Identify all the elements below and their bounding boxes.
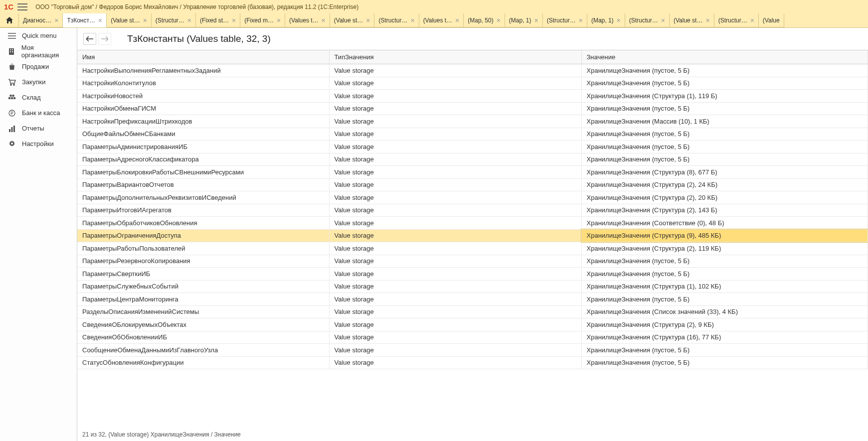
sidebar-item-gear[interactable]: Настройки	[0, 136, 77, 151]
sidebar-item-building[interactable]: Моя организация	[0, 43, 77, 59]
cell-name: ПараметрыАдресногоКлассификатора	[77, 153, 329, 166]
table-row[interactable]: ПараметрыАдминистрированияИБValue storag…	[77, 141, 868, 153]
tab-label: (Structur…	[156, 17, 184, 24]
cell-name: СведенияОБлокируемыхОбъектах	[77, 318, 329, 331]
svg-rect-3	[10, 51, 11, 52]
close-icon[interactable]: ×	[98, 17, 102, 24]
table-row[interactable]: ПараметрыБлокировкиРаботыСВнешнимиРесурс…	[77, 166, 868, 179]
tab-14[interactable]: (Structur…×	[625, 13, 670, 27]
tab-6[interactable]: (Values t…×	[285, 13, 330, 27]
cell-value: ХранилищеЗначения (пустое, 5 Б)	[581, 268, 868, 281]
table-row[interactable]: НастройкиВыполненияРегламентныхЗаданийVa…	[77, 64, 868, 77]
table-row[interactable]: СведенияОБлокируемыхОбъектахValue storag…	[77, 318, 868, 331]
tab-11[interactable]: (Map, 1)×	[505, 13, 543, 27]
table-row[interactable]: ПараметрыЦентраМониторингаValue storageХ…	[77, 293, 868, 306]
col-header-name[interactable]: Имя	[77, 50, 329, 64]
tab-9[interactable]: (Values t…×	[419, 13, 464, 27]
tab-8[interactable]: (Structur…×	[374, 13, 419, 27]
close-icon[interactable]: ×	[661, 17, 665, 24]
table-row[interactable]: НастройкиПрефиксацииШтрихкодовValue stor…	[77, 115, 868, 128]
close-icon[interactable]: ×	[750, 17, 754, 24]
table-row[interactable]: ПараметрыСверткиИБValue storageХранилище…	[77, 268, 868, 281]
cell-name: ПараметрыОбработчиковОбновления	[77, 217, 329, 230]
sidebar-item-menu[interactable]: Quick menu	[0, 28, 77, 43]
svg-rect-4	[12, 51, 13, 52]
table-row[interactable]: ПараметрыАдресногоКлассификатораValue st…	[77, 153, 868, 166]
table-row[interactable]: ПараметрыОбработчиковОбновленияValue sto…	[77, 217, 868, 230]
close-icon[interactable]: ×	[143, 17, 147, 24]
table-row[interactable]: НастройкиНовостейValue storageХранилищеЗ…	[77, 90, 868, 103]
table-row[interactable]: ПараметрыОграниченияДоступаValue storage…	[77, 229, 868, 242]
table-row[interactable]: ОбщиеФайлыОбменСБанкамиValue storageХран…	[77, 128, 868, 141]
cell-name: СообщениеОбменаДаннымиИзГлавногоУзла	[77, 344, 329, 357]
table-row[interactable]: ПараметрыВариантовОтчетовValue storageХр…	[77, 178, 868, 191]
table-row[interactable]: РазделыОписанияИзмененийСистемыValue sto…	[77, 305, 868, 318]
tab-17[interactable]: (Value	[759, 13, 784, 27]
cell-value: ХранилищеЗначения (пустое, 5 Б)	[581, 255, 868, 268]
tab-4[interactable]: (Fixed st…×	[196, 13, 240, 27]
tab-10[interactable]: (Map, 50)×	[464, 13, 505, 27]
cell-name: ПараметрыСлужебныхСобытий	[77, 280, 329, 293]
tab-12[interactable]: (Structur…×	[543, 13, 587, 27]
close-icon[interactable]: ×	[322, 17, 326, 24]
table-row[interactable]: ПараметрыРаботыПользователейValue storag…	[77, 242, 868, 255]
tab-0[interactable]: Диагнос…×	[19, 13, 63, 27]
tab-3[interactable]: (Structur…×	[152, 13, 196, 27]
cell-name: ПараметрыРезервногоКопирования	[77, 255, 329, 268]
sidebar-item-ruble[interactable]: ₽Банк и касса	[0, 105, 77, 121]
col-header-value[interactable]: Значение	[581, 50, 868, 64]
tab-15[interactable]: (Value st…×	[670, 13, 714, 27]
cell-value: ХранилищеЗначения (Массив (10), 1 КБ)	[581, 115, 868, 128]
close-icon[interactable]: ×	[366, 17, 370, 24]
sidebar-item-bag[interactable]: Продажи	[0, 59, 77, 74]
close-icon[interactable]: ×	[232, 17, 236, 24]
table-row[interactable]: СтатусОбновленияКонфигурацииValue storag…	[77, 356, 868, 369]
svg-rect-0	[9, 48, 14, 55]
close-icon[interactable]: ×	[54, 17, 58, 24]
col-header-type[interactable]: ТипЗначения	[329, 50, 581, 64]
table-row[interactable]: ПараметрыИтоговИАгрегатовValue storageХр…	[77, 204, 868, 217]
table-row[interactable]: ПараметрыРезервногоКопированияValue stor…	[77, 255, 868, 268]
close-icon[interactable]: ×	[187, 17, 191, 24]
cell-name: ПараметрыСверткиИБ	[77, 268, 329, 281]
cell-type: Value storage	[329, 141, 581, 153]
nav-back-button[interactable]	[83, 33, 96, 45]
menu-icon[interactable]	[17, 3, 27, 10]
sidebar-item-chart[interactable]: Отчеты	[0, 121, 77, 136]
home-icon	[5, 16, 13, 24]
bag-icon	[7, 63, 17, 70]
tab-16[interactable]: (Structur…×	[714, 13, 759, 27]
cell-type: Value storage	[329, 204, 581, 217]
tab-7[interactable]: (Value st…×	[330, 13, 375, 27]
table-row[interactable]: ПараметрыСлужебныхСобытийValue storageХр…	[77, 280, 868, 293]
table-row[interactable]: СведенияОбОбновленииИБValue storageХрани…	[77, 331, 868, 344]
chart-icon	[7, 125, 17, 132]
tab-label: (Map, 50)	[468, 17, 493, 24]
cell-name: ПараметрыВариантовОтчетов	[77, 178, 329, 191]
table-row[interactable]: ПараметрыДополнительныхРеквизитовИСведен…	[77, 191, 868, 204]
cell-name: ПараметрыИтоговИАгрегатов	[77, 204, 329, 217]
tab-13[interactable]: (Map, 1)×	[587, 13, 625, 27]
tab-2[interactable]: (Value st…×	[107, 13, 152, 27]
close-icon[interactable]: ×	[277, 17, 281, 24]
close-icon[interactable]: ×	[455, 17, 459, 24]
cell-type: Value storage	[329, 356, 581, 369]
table-row[interactable]: НастройкиКолонтитуловValue storageХранил…	[77, 77, 868, 90]
table-row[interactable]: НастройкиОбменаГИСМValue storageХранилищ…	[77, 102, 868, 115]
tab-1[interactable]: ТзКонст…×	[63, 13, 107, 27]
nav-forward-button[interactable]	[98, 33, 111, 45]
cell-name: НастройкиПрефиксацииШтрихкодов	[77, 115, 329, 128]
sidebar-item-warehouse[interactable]: Склад	[0, 90, 77, 105]
cell-value: ХранилищеЗначения (Структура (8), 677 Б)	[581, 166, 868, 179]
home-tab[interactable]	[0, 13, 19, 27]
table-row[interactable]: СообщениеОбменаДаннымиИзГлавногоУзлаValu…	[77, 344, 868, 357]
close-icon[interactable]: ×	[617, 17, 621, 24]
close-icon[interactable]: ×	[497, 17, 501, 24]
close-icon[interactable]: ×	[534, 17, 538, 24]
tab-5[interactable]: (Fixed m…×	[240, 13, 285, 27]
close-icon[interactable]: ×	[579, 17, 583, 24]
sidebar-item-cart[interactable]: Закупки	[0, 74, 77, 90]
close-icon[interactable]: ×	[705, 17, 709, 24]
table-container[interactable]: Имя ТипЗначения Значение НастройкиВыполн…	[77, 50, 868, 429]
close-icon[interactable]: ×	[410, 17, 414, 24]
